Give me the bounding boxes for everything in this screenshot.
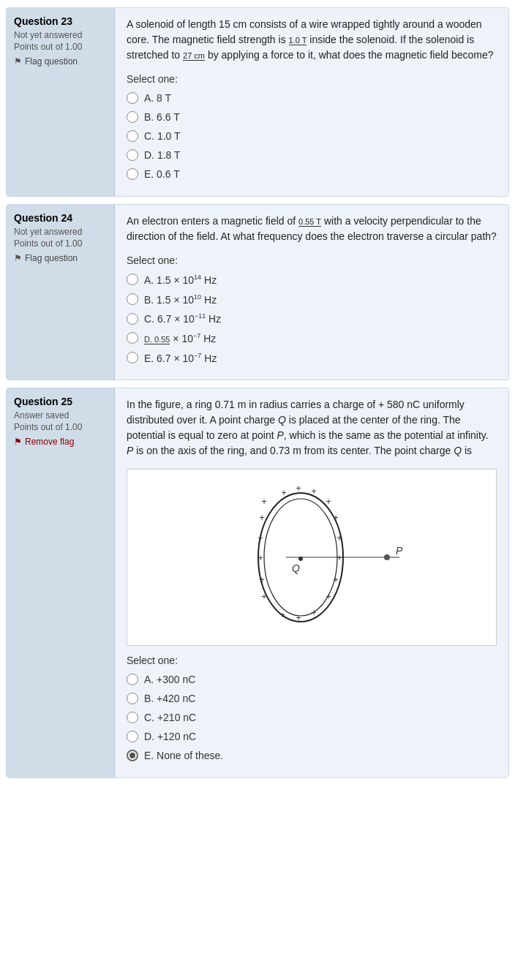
question-23-points: Points out of 1.00 xyxy=(14,42,107,52)
radio-23-e[interactable] xyxy=(127,168,138,180)
question-24-flag-label: Flag question xyxy=(25,253,78,263)
svg-text:+: + xyxy=(296,483,301,494)
question-24-status: Not yet answered xyxy=(14,227,107,237)
option-23-b-label: B. 6.6 T xyxy=(144,111,180,123)
svg-text:+: + xyxy=(337,532,342,543)
question-25-options: A. +300 nC B. +420 nC C. +210 nC D. +120… xyxy=(127,674,497,761)
option-25-e[interactable]: E. None of these. xyxy=(127,750,497,761)
option-25-b[interactable]: B. +420 nC xyxy=(127,693,497,704)
question-24-text: An electron enters a magnetic field of 0… xyxy=(127,214,497,244)
option-24-b-label: B. 1.5 × 1010 Hz xyxy=(144,293,217,306)
question-25-block: Question 25 Answer saved Points out of 1… xyxy=(6,388,509,778)
question-24-sidebar: Question 24 Not yet answered Points out … xyxy=(7,205,115,380)
radio-25-e[interactable] xyxy=(127,750,138,761)
svg-text:Q: Q xyxy=(292,562,300,574)
svg-text:+: + xyxy=(333,512,339,523)
option-23-e[interactable]: E. 0.6 T xyxy=(127,168,497,180)
question-25-number: Question 25 xyxy=(14,396,107,407)
question-24-number: Question 24 xyxy=(14,212,107,224)
option-24-a[interactable]: A. 1.5 × 1014 Hz xyxy=(127,274,497,286)
question-25-remove-flag-button[interactable]: ⚑ Remove flag xyxy=(14,437,74,447)
option-25-b-label: B. +420 nC xyxy=(144,693,195,704)
flag-icon: ⚑ xyxy=(14,56,22,67)
question-25-status: Answer saved xyxy=(14,410,107,421)
option-23-c[interactable]: C. 1.0 T xyxy=(127,130,497,142)
radio-25-d[interactable] xyxy=(127,731,138,742)
option-23-b[interactable]: B. 6.6 T xyxy=(127,111,497,123)
option-25-e-label: E. None of these. xyxy=(144,750,223,761)
svg-text:+: + xyxy=(281,487,287,498)
option-23-d[interactable]: D. 1.8 T xyxy=(127,149,497,161)
svg-text:+: + xyxy=(296,612,301,623)
option-24-c-label: C. 6.7 × 10−11 Hz xyxy=(144,312,221,325)
svg-text:+: + xyxy=(311,607,317,618)
radio-25-c[interactable] xyxy=(127,712,138,723)
option-23-c-label: C. 1.0 T xyxy=(144,130,181,142)
radio-25-b[interactable] xyxy=(127,693,138,704)
option-24-e[interactable]: E. 6.7 × 10−7 Hz xyxy=(127,352,497,364)
question-23-flag-label: Flag question xyxy=(25,56,78,67)
question-24-options: A. 1.5 × 1014 Hz B. 1.5 × 1010 Hz C. 6.7… xyxy=(127,274,497,363)
radio-24-c[interactable] xyxy=(127,313,138,325)
option-25-d-label: D. +120 nC xyxy=(144,731,196,742)
question-25-content: In the figure, a ring 0.71 m in radius c… xyxy=(115,388,508,777)
question-24-select-label: Select one: xyxy=(127,255,497,266)
svg-text:+: + xyxy=(261,591,267,602)
question-24-block: Question 24 Not yet answered Points out … xyxy=(6,204,509,380)
question-23-flag-button[interactable]: ⚑ Flag question xyxy=(14,56,78,67)
option-23-a-label: A. 8 T xyxy=(144,92,171,104)
svg-text:+: + xyxy=(259,574,265,585)
radio-25-a[interactable] xyxy=(127,674,138,685)
option-24-d-label: D. 0.55 × 10−7 Hz xyxy=(144,332,216,344)
remove-flag-icon: ⚑ xyxy=(14,437,22,447)
option-23-d-label: D. 1.8 T xyxy=(144,149,181,161)
question-25-sidebar: Question 25 Answer saved Points out of 1… xyxy=(7,388,115,777)
svg-point-21 xyxy=(298,557,303,561)
svg-text:+: + xyxy=(258,552,263,563)
radio-24-d[interactable] xyxy=(127,332,138,344)
svg-text:+: + xyxy=(337,552,342,563)
flag-icon-24: ⚑ xyxy=(14,253,22,263)
svg-text:+: + xyxy=(279,609,285,620)
radio-23-d[interactable] xyxy=(127,149,138,161)
radio-23-a[interactable] xyxy=(127,92,138,104)
svg-text:+: + xyxy=(326,496,331,507)
option-24-a-label: A. 1.5 × 1014 Hz xyxy=(144,274,217,286)
option-25-c[interactable]: C. +210 nC xyxy=(127,712,497,723)
question-23-sidebar: Question 23 Not yet answered Points out … xyxy=(7,8,115,196)
svg-text:+: + xyxy=(333,574,339,585)
radio-23-b[interactable] xyxy=(127,111,138,123)
question-23-block: Question 23 Not yet answered Points out … xyxy=(6,7,509,197)
svg-text:P: P xyxy=(396,545,403,557)
option-24-e-label: E. 6.7 × 10−7 Hz xyxy=(144,352,217,364)
svg-text:+: + xyxy=(311,486,317,497)
question-23-select-label: Select one: xyxy=(127,73,497,85)
question-25-points: Points out of 1.00 xyxy=(14,422,107,432)
svg-text:+: + xyxy=(326,591,331,602)
question-24-content: An electron enters a magnetic field of 0… xyxy=(115,205,508,380)
radio-24-a[interactable] xyxy=(127,274,138,285)
question-25-select-label: Select one: xyxy=(127,655,497,666)
radio-23-c[interactable] xyxy=(127,130,138,142)
svg-text:+: + xyxy=(259,512,265,523)
option-25-a[interactable]: A. +300 nC xyxy=(127,674,497,685)
option-25-d[interactable]: D. +120 nC xyxy=(127,731,497,742)
option-24-d[interactable]: D. 0.55 × 10−7 Hz xyxy=(127,332,497,344)
option-23-e-label: E. 0.6 T xyxy=(144,168,180,180)
question-23-text: A solenoid of length 15 cm consists of a… xyxy=(127,17,497,63)
radio-24-e[interactable] xyxy=(127,352,138,363)
question-23-number: Question 23 xyxy=(14,15,107,27)
option-25-a-label: A. +300 nC xyxy=(144,674,195,685)
option-24-b[interactable]: B. 1.5 × 1010 Hz xyxy=(127,293,497,306)
svg-text:+: + xyxy=(261,496,267,507)
question-23-options: A. 8 T B. 6.6 T C. 1.0 T D. 1.8 T E. 0.6… xyxy=(127,92,497,180)
radio-24-b[interactable] xyxy=(127,293,138,305)
svg-point-23 xyxy=(384,554,390,560)
question-25-figure: + + + + + + + + + + + + + + + + + + Q xyxy=(127,469,497,646)
question-23-content: A solenoid of length 15 cm consists of a… xyxy=(115,8,508,196)
ring-diagram-svg: + + + + + + + + + + + + + + + + + + Q xyxy=(206,477,418,638)
question-24-flag-button[interactable]: ⚑ Flag question xyxy=(14,253,78,263)
option-23-a[interactable]: A. 8 T xyxy=(127,92,497,104)
option-24-c[interactable]: C. 6.7 × 10−11 Hz xyxy=(127,312,497,325)
question-25-flag-label: Remove flag xyxy=(25,437,74,447)
